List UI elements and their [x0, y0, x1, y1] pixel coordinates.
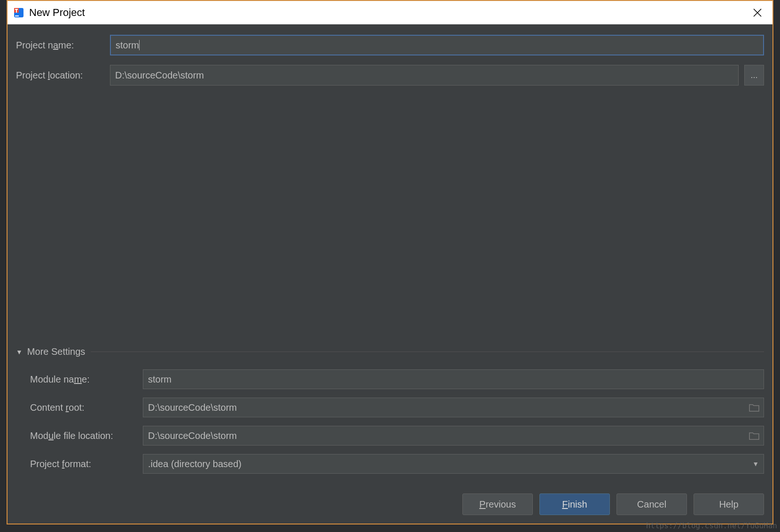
- watermark-text: https://blog.csdn.net/YuGuHan: [646, 521, 777, 530]
- project-format-dropdown[interactable]: .idea (directory based) ▼: [143, 454, 764, 474]
- svg-rect-3: [16, 9, 17, 13]
- previous-button[interactable]: Previous: [462, 493, 533, 515]
- titlebar: New Project: [8, 1, 772, 24]
- separator-line: [91, 352, 764, 352]
- help-button[interactable]: Help: [694, 493, 764, 515]
- module-file-location-row: Module file location:: [30, 426, 764, 446]
- module-file-location-input[interactable]: [143, 426, 764, 446]
- chevron-down-icon: ▼: [752, 460, 759, 468]
- titlebar-title: New Project: [29, 7, 748, 19]
- project-name-input[interactable]: storm: [110, 35, 764, 55]
- close-button[interactable]: [748, 3, 767, 22]
- more-settings-toggle[interactable]: ▼ More Settings: [16, 346, 764, 361]
- expand-down-icon: ▼: [16, 348, 23, 356]
- svg-rect-4: [15, 16, 19, 16]
- content-root-input[interactable]: [143, 398, 764, 417]
- text-caret: [139, 40, 140, 50]
- button-bar: Previous Finish Cancel Help: [16, 482, 764, 515]
- project-location-label: Project location:: [16, 70, 110, 81]
- module-name-row: Module name:: [30, 369, 764, 389]
- module-name-input[interactable]: [143, 369, 764, 389]
- project-location-input[interactable]: [110, 65, 739, 86]
- new-project-dialog: New Project Project name: storm Project …: [7, 0, 773, 524]
- content-root-row: Content root:: [30, 398, 764, 417]
- module-name-label: Module name:: [30, 374, 143, 385]
- project-format-row: Project format: .idea (directory based) …: [30, 454, 764, 474]
- content-root-label: Content root:: [30, 402, 143, 413]
- cancel-button[interactable]: Cancel: [616, 493, 687, 515]
- intellij-icon: [13, 7, 24, 18]
- more-settings-label: More Settings: [27, 346, 85, 357]
- project-name-row: Project name: storm: [16, 35, 764, 55]
- project-name-label: Project name:: [16, 40, 110, 51]
- browse-button[interactable]: ...: [744, 65, 764, 86]
- module-file-location-label: Module file location:: [30, 430, 143, 441]
- finish-button[interactable]: Finish: [539, 493, 610, 515]
- project-location-row: Project location: ...: [16, 65, 764, 86]
- dialog-content: Project name: storm Project location: ..…: [8, 24, 772, 524]
- more-settings-body: Module name: Content root:: [16, 369, 764, 482]
- project-format-label: Project format:: [30, 459, 143, 469]
